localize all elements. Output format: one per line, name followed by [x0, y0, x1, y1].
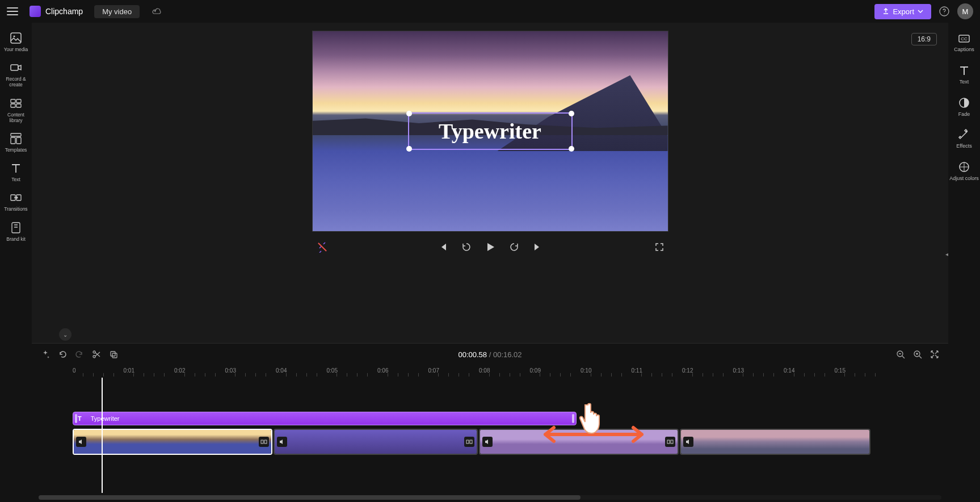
ruler-mark: 0:15: [835, 367, 846, 374]
user-avatar[interactable]: M: [957, 3, 973, 19]
collapse-right-icon[interactable]: ◂: [945, 251, 948, 257]
fit-timeline-icon[interactable]: [930, 350, 939, 359]
resize-handle-br[interactable]: [569, 146, 574, 152]
rsidebar-adjust-colors[interactable]: Adjust colors: [948, 156, 980, 186]
project-title-tab[interactable]: My video: [94, 5, 140, 18]
transitions-icon: [10, 191, 22, 204]
library-icon: [10, 97, 22, 110]
rsidebar-label-fade: Fade: [958, 111, 970, 118]
chevron-down-icon: [918, 10, 923, 13]
resize-handle-bl[interactable]: [406, 146, 412, 152]
timecode-display: 00:00.58 / 00:16.02: [458, 350, 521, 359]
resize-handle-tl[interactable]: [406, 111, 412, 116]
rsidebar-text[interactable]: Text: [948, 60, 980, 90]
text-overlay-box[interactable]: Typewriter: [408, 112, 573, 150]
expand-down-icon[interactable]: ⌄: [59, 328, 71, 341]
rewind-icon[interactable]: [461, 242, 472, 252]
export-button[interactable]: Export: [874, 4, 931, 19]
playhead[interactable]: [102, 378, 103, 493]
text-t-icon: T: [78, 415, 82, 422]
clip-audio-icon[interactable]: [76, 437, 86, 447]
clip-handle-left[interactable]: [75, 414, 77, 423]
undo-icon[interactable]: [58, 350, 67, 359]
copy-icon[interactable]: [109, 350, 118, 359]
total-time: 00:16.02: [493, 350, 522, 359]
svg-rect-21: [264, 440, 267, 444]
svg-rect-23: [470, 440, 472, 444]
menu-icon[interactable]: [7, 7, 18, 15]
current-time: 00:00.58: [458, 350, 487, 359]
cloud-sync-icon[interactable]: [152, 7, 162, 15]
transition-icon[interactable]: [259, 437, 269, 447]
clip-handle-right[interactable]: [572, 414, 574, 423]
svg-rect-20: [261, 440, 263, 444]
horizontal-scrollbar[interactable]: [39, 495, 941, 500]
captions-icon: CC: [958, 33, 970, 44]
forward-icon[interactable]: [509, 242, 519, 252]
auto-enhance-icon[interactable]: [317, 241, 328, 253]
ruler-mark: 0:02: [174, 367, 185, 374]
rsidebar-fade[interactable]: Fade: [948, 92, 980, 122]
clip-audio-icon[interactable]: [277, 437, 287, 447]
transition-icon[interactable]: [464, 437, 474, 447]
fullscreen-icon[interactable]: [655, 242, 664, 252]
ruler-mark: 0:11: [632, 367, 642, 374]
drag-arrows-illustration: [540, 423, 647, 446]
svg-rect-22: [466, 440, 469, 444]
svg-rect-17: [112, 353, 117, 358]
sidebar-transitions[interactable]: Transitions: [0, 188, 32, 215]
skip-forward-icon[interactable]: [533, 242, 542, 252]
sidebar-your-media[interactable]: Your media: [0, 28, 32, 56]
sparkle-icon[interactable]: [41, 350, 50, 359]
main-area: 16:9 Typewriter: [32, 23, 948, 502]
overlay-text: Typewriter: [439, 119, 541, 144]
playback-controls: [312, 242, 668, 252]
preview-canvas[interactable]: Typewriter: [312, 31, 668, 232]
timeline-ruler[interactable]: 00:010:020:030:040:050:060:070:080:090:1…: [32, 365, 948, 378]
redo-icon[interactable]: [75, 350, 84, 359]
video-clip[interactable]: [680, 429, 870, 455]
svg-rect-9: [11, 137, 15, 144]
rsidebar-effects[interactable]: Effects: [948, 124, 980, 154]
scrollbar-thumb[interactable]: [39, 495, 581, 500]
brand-kit-icon: [10, 221, 22, 234]
svg-rect-1: [11, 33, 21, 43]
sidebar-brand-kit[interactable]: Brand kit: [0, 218, 32, 245]
sidebar-content-library[interactable]: Content library: [0, 94, 32, 127]
skip-back-icon[interactable]: [439, 242, 448, 252]
ruler-mark: 0:10: [581, 367, 591, 374]
adjust-colors-icon: [958, 161, 970, 173]
zoom-in-icon[interactable]: [913, 350, 922, 359]
help-icon[interactable]: [939, 6, 949, 16]
zoom-out-icon[interactable]: [896, 350, 905, 359]
svg-rect-13: [12, 223, 20, 233]
svg-rect-24: [667, 440, 670, 444]
header-bar: Clipchamp My video Export M: [0, 0, 980, 23]
clipchamp-logo-icon: [30, 6, 41, 17]
svg-rect-5: [16, 99, 21, 103]
ruler-mark: 0:09: [530, 367, 541, 374]
scissors-icon[interactable]: [92, 350, 101, 359]
ruler-mark: 0:06: [377, 367, 388, 374]
rsidebar-captions[interactable]: CC Captions: [948, 28, 980, 57]
play-icon[interactable]: [485, 242, 495, 252]
ruler-mark: 0:08: [479, 367, 490, 374]
svg-point-15: [93, 355, 95, 358]
ruler-mark: 0:14: [784, 367, 794, 374]
sidebar-record-create[interactable]: Record & create: [0, 58, 32, 91]
clip-audio-icon[interactable]: [683, 437, 693, 447]
text-icon: [10, 162, 22, 174]
tracks-area[interactable]: T Typewriter: [32, 378, 948, 493]
video-clip[interactable]: [274, 429, 478, 455]
aspect-ratio-badge[interactable]: 16:9: [911, 33, 937, 45]
ruler-mark: 0:03: [225, 367, 236, 374]
text-track-clip[interactable]: T Typewriter: [73, 412, 577, 425]
sidebar-text[interactable]: Text: [0, 158, 32, 186]
sidebar-templates[interactable]: Templates: [0, 129, 32, 156]
clip-audio-icon[interactable]: [482, 437, 493, 447]
transition-icon[interactable]: [665, 437, 675, 447]
app-logo[interactable]: Clipchamp: [30, 6, 83, 17]
sidebar-label-library: Content library: [1, 112, 31, 123]
ruler-mark: 0: [73, 367, 76, 374]
resize-handle-tr[interactable]: [569, 111, 574, 116]
